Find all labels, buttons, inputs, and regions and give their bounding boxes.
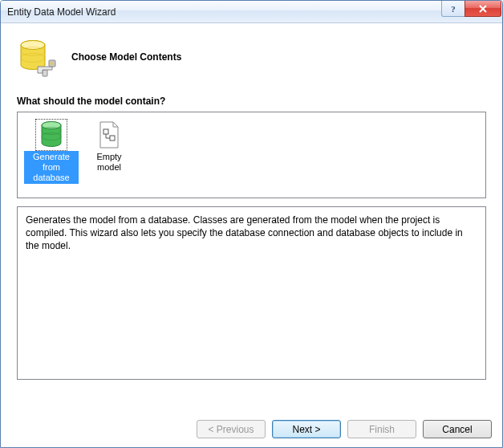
svg-rect-6 <box>49 60 55 67</box>
svg-rect-8 <box>53 62 55 65</box>
svg-rect-5 <box>43 70 47 76</box>
page-title: Choose Model Contents <box>71 51 181 63</box>
database-wizard-icon <box>17 38 55 76</box>
wizard-buttons: < Previous Next > Finish Cancel <box>197 420 492 438</box>
next-button[interactable]: Next > <box>272 420 341 438</box>
titlebar: Entity Data Model Wizard ? <box>1 1 502 23</box>
option-label: Empty model <box>82 151 136 173</box>
help-button[interactable]: ? <box>441 1 465 17</box>
svg-text:?: ? <box>451 4 456 14</box>
option-label: Generate from database <box>24 151 79 184</box>
option-empty-model[interactable]: Empty model <box>82 119 136 191</box>
cancel-button[interactable]: Cancel <box>423 420 492 438</box>
finish-button[interactable]: Finish <box>347 420 416 438</box>
section-prompt: What should the model contain? <box>1 96 502 112</box>
svg-point-10 <box>42 122 61 129</box>
window-title: Entity Data Model Wizard <box>7 6 116 18</box>
header-panel: Choose Model Contents <box>1 23 502 96</box>
model-options-list: Generate from database Empty model <box>17 112 486 198</box>
option-description: Generates the model from a database. Cla… <box>17 206 486 380</box>
wizard-body: Choose Model Contents What should the mo… <box>1 23 502 380</box>
database-icon <box>37 120 66 149</box>
close-button[interactable] <box>464 1 501 17</box>
titlebar-controls: ? <box>442 1 502 17</box>
option-generate-from-database[interactable]: Generate from database <box>24 119 79 191</box>
empty-model-icon <box>95 120 124 149</box>
previous-button[interactable]: < Previous <box>197 420 266 438</box>
svg-rect-7 <box>51 62 52 65</box>
